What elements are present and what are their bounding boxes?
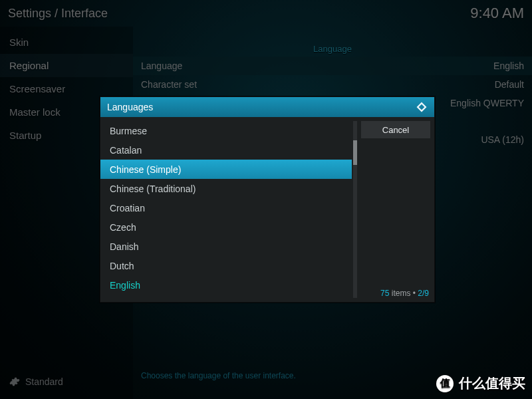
- watermark-text: 什么值得买: [459, 374, 525, 392]
- languages-dialog: Languages BurmeseCatalanChinese (Simple)…: [100, 96, 435, 303]
- list-item[interactable]: Czech: [100, 217, 352, 237]
- kodi-logo-icon: [416, 101, 428, 113]
- dialog-titlebar: Languages: [100, 97, 434, 117]
- list-item[interactable]: Danish: [100, 237, 352, 256]
- list-item[interactable]: Burmese: [100, 121, 352, 140]
- watermark: 值 什么值得买: [436, 374, 525, 392]
- list-item[interactable]: Dutch: [100, 256, 352, 275]
- list-item[interactable]: English: [100, 275, 352, 295]
- dialog-title: Languages: [107, 102, 153, 112]
- list-item[interactable]: Chinese (Simple): [100, 160, 352, 179]
- dialog-side-panel: Cancel 75 items • 2/9: [360, 117, 434, 302]
- language-list[interactable]: BurmeseCatalanChinese (Simple)Chinese (T…: [100, 117, 360, 302]
- list-item[interactable]: Chinese (Traditional): [100, 179, 352, 198]
- cancel-button[interactable]: Cancel: [361, 121, 430, 138]
- watermark-badge-icon: 值: [436, 375, 454, 392]
- list-counter: 75 items • 2/9: [380, 289, 429, 298]
- list-item[interactable]: Croatian: [100, 198, 352, 217]
- list-item[interactable]: Catalan: [100, 140, 352, 160]
- scrollbar[interactable]: [353, 121, 357, 298]
- scrollbar-thumb[interactable]: [353, 140, 357, 165]
